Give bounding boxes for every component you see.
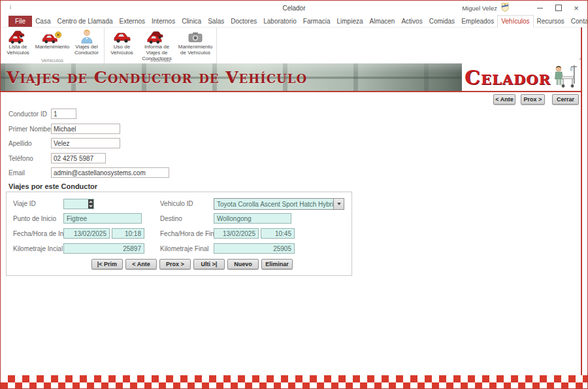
record-next-button[interactable]: Prox > <box>521 94 545 105</box>
trips-section-title: Viajes por este Conductor <box>8 182 97 190</box>
viaje-id-label: Viaje ID <box>13 200 36 207</box>
telefono-label: Teléfono <box>8 155 33 162</box>
tab-internos[interactable]: Internos <box>148 16 178 27</box>
tab-empleados[interactable]: Empleados <box>458 16 497 27</box>
ribbon-group-vehiculos: Lista de Vehículos Mantenimiento Viajes … <box>1 27 105 63</box>
primer-nomber-field[interactable] <box>51 124 120 134</box>
brand-title: Celador <box>465 66 551 89</box>
trips-subform: Viaje ID Vehiculo ID Toyota Corolla Asce… <box>6 192 352 276</box>
close-button[interactable]: × <box>566 1 586 15</box>
combo-dropdown-icon[interactable] <box>333 199 344 209</box>
primer-nomber-label: Primer Nomber <box>8 126 53 133</box>
ribbon: Lista de Vehículos Mantenimiento Viajes … <box>1 27 587 63</box>
fecha-hora-fin-label: Fecha/Hora de Fin <box>160 230 214 237</box>
delete-record-button[interactable]: Eliminar <box>261 259 293 269</box>
last-record-button[interactable]: Ulti >| <box>193 259 225 269</box>
kilometraje-final-field[interactable]: 25905 <box>214 243 295 254</box>
ribbon-button-uso-de-vehiculos[interactable]: Uso de Vehículos <box>106 28 137 56</box>
app-window: i Celador Miguel Velez × File Casa Centr… <box>0 0 588 389</box>
tab-centro-de-llamada[interactable]: Centro de Llamada <box>54 16 116 27</box>
conductor-id-field[interactable] <box>51 109 76 119</box>
car-icon <box>112 29 132 44</box>
record-prev-button[interactable]: < Ante <box>493 94 515 105</box>
apellido-field[interactable] <box>51 138 120 148</box>
punto-de-inicio-field[interactable]: Figtree <box>63 213 142 224</box>
camera-icon <box>188 29 203 44</box>
tab-activos[interactable]: Activos <box>398 16 425 27</box>
tab-doctores[interactable]: Doctores <box>227 16 260 27</box>
tab-recursos[interactable]: Recursos <box>534 16 568 27</box>
minimize-button[interactable] <box>530 1 549 15</box>
minimize-icon <box>537 8 543 8</box>
tab-casa[interactable]: Casa <box>32 16 54 27</box>
tab-file[interactable]: File <box>8 16 32 27</box>
ribbon-group-label-vehiculos: Vehiculos <box>1 58 104 63</box>
cars-report-icon <box>147 29 167 44</box>
telefono-field[interactable] <box>51 153 106 163</box>
maximize-button[interactable] <box>549 1 568 15</box>
destino-label: Destino <box>160 215 182 222</box>
fecha-fin-date-field[interactable]: 13/02/2025 <box>214 228 259 239</box>
kilometraje-final-label: Kilometraje Final <box>160 245 208 252</box>
destino-field[interactable]: Wollongong <box>214 213 291 224</box>
new-record-button[interactable]: Nuevo <box>227 259 259 269</box>
spinner-down-icon <box>89 205 93 207</box>
tab-comidas[interactable]: Comidas <box>426 16 458 27</box>
kilometraje-incial-field[interactable]: 25897 <box>63 243 144 254</box>
tab-externos[interactable]: Externos <box>116 16 148 27</box>
tab-farmacia[interactable]: Farmacia <box>300 16 334 27</box>
trip-record-buttons: |< Prim < Ante Prox > Ulti >| Nuevo Elim… <box>91 259 293 269</box>
content-right-border <box>581 27 582 375</box>
tab-limpieza[interactable]: Limpieza <box>333 16 366 27</box>
crest-icon <box>501 3 509 13</box>
punto-de-inicio-label: Punto de Inicio <box>13 215 56 222</box>
ribbon-group-informas: Uso de Vehículos Informa de Viajes de Co… <box>105 27 217 63</box>
record-close-button[interactable]: Cerrar <box>552 94 579 105</box>
ribbon-button-mantenimiento-de-vehiculos[interactable]: Mantenimiento de Vehículos <box>176 28 214 56</box>
banner-divider <box>1 91 582 92</box>
tab-contabilidad[interactable]: Contabilidad <box>568 16 588 27</box>
vehiculo-id-label: Vehiculo ID <box>160 200 193 207</box>
driver-icon <box>80 29 93 44</box>
checkered-footer <box>1 375 587 389</box>
ribbon-button-mantenimiento[interactable]: Mantenimiento <box>33 28 71 50</box>
ribbon-button-informa-de-viajes[interactable]: Informa de Viajes de Conductores <box>137 28 176 62</box>
tab-almacen[interactable]: Almacen <box>367 16 399 27</box>
next-record-button[interactable]: Prox > <box>159 259 191 269</box>
tab-vehiculos[interactable]: Vehículos <box>497 15 533 27</box>
email-label: Email <box>8 169 25 177</box>
user-cluster: Miguel Velez <box>462 1 509 15</box>
car-service-icon <box>42 29 63 44</box>
viaje-id-spinner[interactable] <box>88 199 93 209</box>
page-title: Viajes de Conductor de Vehículo <box>7 68 307 87</box>
ribbon-tab-strip: File Casa Centro de Llamada Externos Int… <box>1 15 587 27</box>
prev-record-button[interactable]: < Ante <box>125 259 157 269</box>
viaje-id-field[interactable] <box>63 199 94 209</box>
email-field[interactable] <box>51 167 169 178</box>
close-icon: × <box>574 4 579 12</box>
page-banner: Viajes de Conductor de Vehículo Celador <box>1 63 582 91</box>
kilometraje-incial-label: Kilometraje Incial <box>13 245 63 252</box>
fecha-inicio-date-field[interactable]: 13/02/2025 <box>63 228 110 239</box>
tab-salas[interactable]: Salas <box>204 16 227 27</box>
spinner-up-icon <box>89 201 93 203</box>
apellido-label: Apellido <box>8 140 32 147</box>
fecha-fin-time-field[interactable]: 10:45 <box>261 228 295 239</box>
title-bar: i Celador Miguel Velez × <box>1 1 587 15</box>
ribbon-button-viajes-del-conductor[interactable]: Viajes del Conductor <box>71 28 102 56</box>
fecha-inicio-time-field[interactable]: 10:18 <box>112 228 144 239</box>
vehiculo-id-combobox[interactable]: Toyota Corolla Ascent Sport Hatch Hybrid… <box>214 198 344 210</box>
tab-clinica[interactable]: Clinica <box>178 16 204 27</box>
conductor-id-label: Conductor ID <box>8 110 47 118</box>
tab-laboratorio[interactable]: Laboratorio <box>260 16 300 27</box>
ribbon-button-lista-de-vehiculos[interactable]: Lista de Vehículos <box>3 28 33 56</box>
maximize-icon <box>555 5 562 11</box>
porter-mascot-icon <box>552 64 578 92</box>
first-record-button[interactable]: |< Prim <box>91 259 123 269</box>
user-name: Miguel Velez <box>462 5 497 12</box>
ribbon-group-label-informas: Informas <box>105 58 216 63</box>
cars-icon <box>8 29 28 44</box>
